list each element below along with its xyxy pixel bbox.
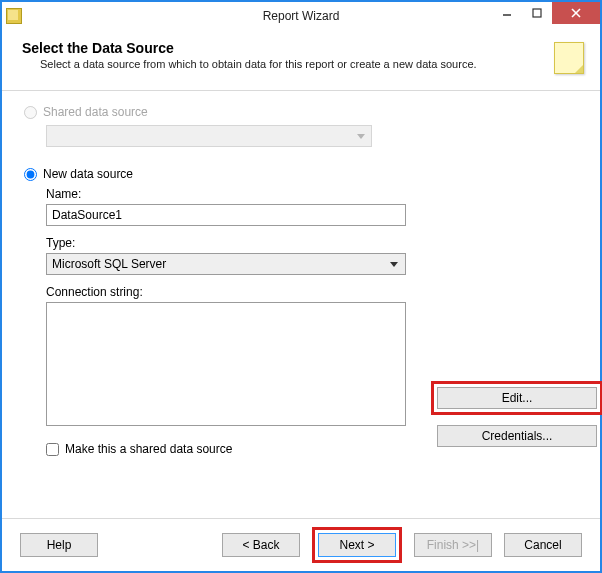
make-shared-label: Make this a shared data source bbox=[65, 442, 232, 456]
connection-string-textarea[interactable] bbox=[46, 302, 406, 426]
wizard-header: Select the Data Source Select a data sou… bbox=[2, 30, 600, 91]
shared-data-source-combo bbox=[46, 125, 372, 147]
name-field-group: Name: DataSource1 bbox=[46, 187, 578, 226]
wizard-header-text: Select the Data Source Select a data sou… bbox=[22, 40, 542, 70]
next-button-label: Next > bbox=[339, 538, 374, 552]
minimize-button[interactable] bbox=[492, 2, 522, 24]
connection-label: Connection string: bbox=[46, 285, 578, 299]
finish-button: Finish >>| bbox=[414, 533, 492, 557]
back-button-label: < Back bbox=[242, 538, 279, 552]
note-icon bbox=[554, 42, 584, 74]
close-button[interactable] bbox=[552, 2, 600, 24]
shared-data-source-option: Shared data source bbox=[24, 105, 578, 119]
minimize-icon bbox=[502, 8, 512, 18]
new-data-source-label: New data source bbox=[43, 167, 133, 181]
next-button-highlight: Next > bbox=[312, 527, 402, 563]
help-button[interactable]: Help bbox=[20, 533, 98, 557]
credentials-button-label: Credentials... bbox=[482, 429, 553, 443]
next-button[interactable]: Next > bbox=[318, 533, 396, 557]
new-data-source-radio[interactable] bbox=[24, 168, 37, 181]
finish-button-label: Finish >>| bbox=[427, 538, 479, 552]
window-controls bbox=[492, 2, 600, 30]
help-button-label: Help bbox=[47, 538, 72, 552]
shared-data-source-label: Shared data source bbox=[43, 105, 148, 119]
maximize-icon bbox=[532, 8, 542, 18]
type-field-group: Type: Microsoft SQL Server bbox=[46, 236, 578, 275]
wizard-header-icon bbox=[552, 42, 584, 80]
new-data-source-option[interactable]: New data source bbox=[24, 167, 578, 181]
titlebar: Report Wizard bbox=[2, 2, 600, 30]
wizard-footer: Help < Back Next > Finish >>| Cancel bbox=[2, 519, 600, 571]
edit-button-label: Edit... bbox=[502, 391, 533, 405]
type-combo[interactable]: Microsoft SQL Server bbox=[46, 253, 406, 275]
report-wizard-window: Report Wizard Select the Data Source Sel… bbox=[0, 0, 602, 573]
shared-data-source-radio bbox=[24, 106, 37, 119]
side-button-panel: Edit... Credentials... bbox=[437, 387, 597, 463]
page-subtitle: Select a data source from which to obtai… bbox=[40, 58, 542, 70]
make-shared-checkbox[interactable] bbox=[46, 443, 59, 456]
back-button[interactable]: < Back bbox=[222, 533, 300, 557]
close-icon bbox=[570, 7, 582, 19]
app-icon bbox=[6, 8, 22, 24]
wizard-body: Shared data source New data source Name:… bbox=[2, 91, 600, 518]
maximize-button[interactable] bbox=[522, 2, 552, 24]
name-input-value: DataSource1 bbox=[52, 208, 122, 222]
type-label: Type: bbox=[46, 236, 578, 250]
cancel-button[interactable]: Cancel bbox=[504, 533, 582, 557]
cancel-button-label: Cancel bbox=[524, 538, 561, 552]
type-combo-value: Microsoft SQL Server bbox=[52, 257, 166, 271]
credentials-button[interactable]: Credentials... bbox=[437, 425, 597, 447]
name-label: Name: bbox=[46, 187, 578, 201]
svg-rect-1 bbox=[533, 9, 541, 17]
page-title: Select the Data Source bbox=[22, 40, 542, 56]
name-input[interactable]: DataSource1 bbox=[46, 204, 406, 226]
edit-button[interactable]: Edit... bbox=[437, 387, 597, 409]
